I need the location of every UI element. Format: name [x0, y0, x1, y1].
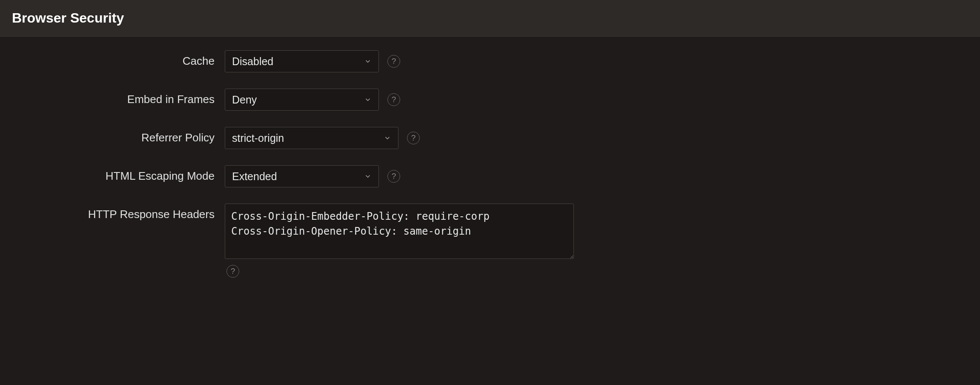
row-referrer-policy: Referrer Policy strict-origin ?	[12, 127, 968, 149]
row-html-escaping-mode: HTML Escaping Mode Extended ?	[12, 165, 968, 187]
select-referrer-value: strict-origin	[232, 132, 384, 144]
help-icon-headers[interactable]: ?	[226, 265, 239, 278]
chevron-down-icon	[384, 134, 391, 142]
row-cache: Cache Disabled ?	[12, 50, 968, 72]
textarea-http-response-headers[interactable]	[225, 204, 574, 259]
chevron-down-icon	[364, 57, 372, 65]
question-mark-icon: ?	[231, 267, 235, 276]
help-icon-embed[interactable]: ?	[387, 93, 400, 106]
help-icon-cache[interactable]: ?	[387, 55, 400, 68]
label-cache: Cache	[12, 50, 225, 68]
control-wrap-escaping: Extended ?	[225, 165, 400, 187]
question-mark-icon: ?	[392, 172, 396, 181]
label-referrer-policy: Referrer Policy	[12, 127, 225, 144]
select-html-escaping-mode[interactable]: Extended	[225, 165, 379, 187]
row-embed-in-frames: Embed in Frames Deny ?	[12, 89, 968, 111]
select-cache-value: Disabled	[232, 55, 364, 68]
help-icon-referrer[interactable]: ?	[407, 132, 420, 144]
chevron-down-icon	[364, 96, 372, 103]
row-http-response-headers: HTTP Response Headers ?	[12, 204, 968, 278]
control-wrap-headers: ?	[225, 204, 574, 278]
section-header: Browser Security	[0, 0, 980, 37]
label-html-escaping-mode: HTML Escaping Mode	[12, 165, 225, 183]
question-mark-icon: ?	[392, 57, 396, 66]
help-row-headers: ?	[225, 265, 574, 278]
question-mark-icon: ?	[392, 95, 396, 104]
label-http-response-headers: HTTP Response Headers	[12, 204, 225, 221]
select-escaping-value: Extended	[232, 170, 364, 183]
select-embed-value: Deny	[232, 94, 364, 106]
select-referrer-policy[interactable]: strict-origin	[225, 127, 398, 149]
control-wrap-cache: Disabled ?	[225, 50, 400, 72]
select-cache[interactable]: Disabled	[225, 50, 379, 72]
chevron-down-icon	[364, 172, 372, 180]
select-embed-in-frames[interactable]: Deny	[225, 89, 379, 111]
help-icon-escaping[interactable]: ?	[387, 170, 400, 183]
question-mark-icon: ?	[411, 133, 416, 143]
control-wrap-referrer: strict-origin ?	[225, 127, 420, 149]
control-wrap-embed: Deny ?	[225, 89, 400, 111]
section-title: Browser Security	[12, 10, 968, 26]
label-embed-in-frames: Embed in Frames	[12, 89, 225, 106]
form-content: Cache Disabled ? Embed in Frames Deny	[0, 37, 980, 307]
